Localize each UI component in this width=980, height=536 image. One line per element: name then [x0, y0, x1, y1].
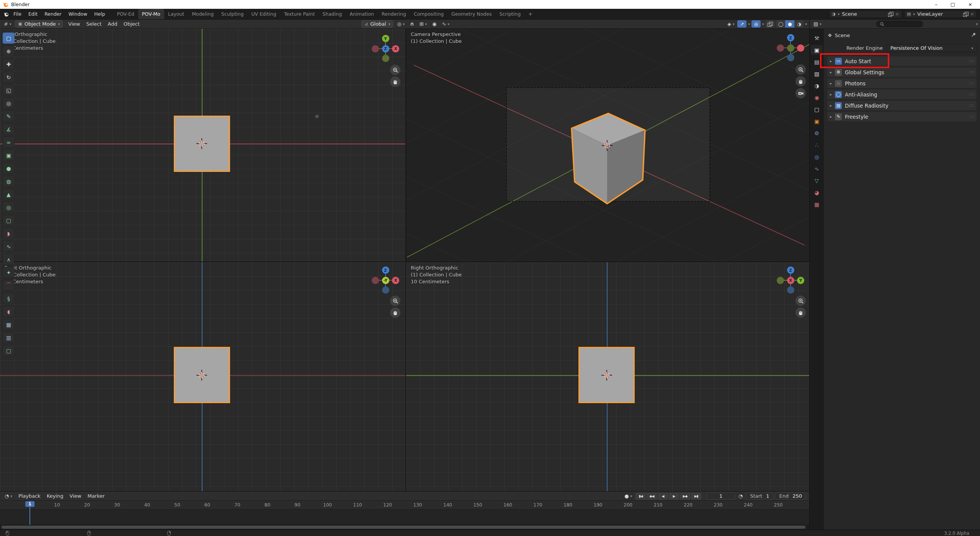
- object-visibility-selector[interactable]: ◈▾: [726, 21, 736, 27]
- playhead-frame-badge[interactable]: 1: [25, 501, 34, 507]
- timeline-scrollbar[interactable]: [0, 525, 809, 529]
- expand-chevron-icon[interactable]: ▸: [830, 81, 832, 85]
- viewport-right-orthographic[interactable]: Right Orthographic (1) Collection | Cube…: [406, 262, 809, 491]
- transport-button[interactable]: ▮◀: [635, 493, 646, 500]
- toggle-camera-view-button[interactable]: [795, 88, 806, 98]
- workspace-tab[interactable]: Texture Paint: [280, 9, 319, 19]
- drag-grip-icon[interactable]: ∷∷: [969, 70, 974, 74]
- properties-tab[interactable]: ▦: [811, 199, 823, 209]
- tool-button[interactable]: ▣: [3, 150, 15, 161]
- tool-button[interactable]: ✦: [3, 267, 15, 278]
- gizmo-x-negative[interactable]: [372, 277, 379, 284]
- gizmo-y-negative-axis[interactable]: -Y: [382, 277, 389, 284]
- tool-button[interactable]: ▦: [3, 319, 15, 330]
- navigation-gizmo[interactable]: Z: [778, 35, 803, 60]
- gizmo-y-negative[interactable]: [382, 55, 389, 62]
- new-scene-icon[interactable]: [888, 12, 893, 16]
- pan-button[interactable]: [795, 76, 806, 87]
- workspace-tab[interactable]: Modeling: [188, 9, 217, 19]
- auto-keying-toggle[interactable]: ●▾: [623, 493, 634, 499]
- gizmo-y-axis[interactable]: [787, 44, 794, 52]
- navigation-gizmo[interactable]: Y X Z: [373, 36, 398, 61]
- gizmo-z-positive[interactable]: Z: [787, 34, 794, 41]
- properties-tab[interactable]: ⚒: [811, 33, 823, 43]
- properties-tab[interactable]: ∴: [811, 140, 823, 150]
- zoom-button[interactable]: [795, 296, 806, 306]
- tool-button[interactable]: ▢: [3, 345, 15, 356]
- scrollbar-handle[interactable]: [2, 526, 805, 529]
- drag-grip-icon[interactable]: ∷∷: [969, 81, 974, 85]
- viewport-menu-item[interactable]: Add: [105, 21, 120, 27]
- workspace-tab[interactable]: Sculpting: [217, 9, 247, 19]
- menu-item[interactable]: File: [10, 11, 25, 17]
- viewport-menu-item[interactable]: View: [65, 21, 83, 27]
- tool-button[interactable]: ✎: [3, 111, 15, 122]
- properties-tab[interactable]: ◉: [811, 93, 823, 102]
- zoom-button[interactable]: [795, 64, 806, 75]
- tool-button[interactable]: ◎: [3, 202, 15, 213]
- frame-end-field[interactable]: End250: [775, 492, 806, 500]
- pan-button[interactable]: [390, 307, 400, 318]
- tool-button[interactable]: ∿: [3, 241, 15, 252]
- zoom-button[interactable]: [390, 65, 400, 75]
- properties-tab[interactable]: ▽: [811, 176, 823, 185]
- gizmo-x-negative[interactable]: [777, 44, 784, 52]
- workspace-tab[interactable]: UV Editing: [247, 9, 280, 19]
- tool-button[interactable]: ⌒: [3, 280, 15, 291]
- workspace-tab[interactable]: Layout: [164, 9, 188, 19]
- use-preview-range-toggle[interactable]: ◔: [737, 493, 744, 499]
- timeline-editor-type-selector[interactable]: ◔▾: [3, 493, 14, 499]
- xray-toggle[interactable]: [765, 20, 774, 28]
- expand-chevron-icon[interactable]: ▸: [830, 114, 832, 119]
- properties-tab[interactable]: ∿: [811, 164, 823, 173]
- shading-dropdown[interactable]: ▾: [805, 22, 807, 26]
- timeline-channel-area[interactable]: [0, 510, 809, 525]
- proportional-falloff-selector[interactable]: ∿▾: [440, 21, 451, 27]
- panel-header-row[interactable]: ▸ ✎ Freestyle ∷∷: [827, 111, 977, 122]
- gizmo-z-negative[interactable]: [787, 286, 794, 294]
- gizmo-x-negative[interactable]: [372, 45, 379, 52]
- navigation-gizmo[interactable]: Z Y X: [778, 268, 803, 293]
- tool-button[interactable]: ⊕: [3, 46, 15, 57]
- snap-target-selector[interactable]: ⊞▾: [418, 21, 428, 27]
- timeline-ruler[interactable]: 1020304050607080901001101201301401501601…: [0, 501, 809, 510]
- remove-view-layer-icon[interactable]: ×: [970, 11, 974, 17]
- drag-grip-icon[interactable]: ∷∷: [969, 103, 974, 108]
- unlink-scene-icon[interactable]: ×: [895, 11, 899, 17]
- editor-type-selector[interactable]: #▾: [2, 21, 13, 27]
- gizmo-x-positive[interactable]: X: [392, 277, 399, 284]
- expand-chevron-icon[interactable]: ▸: [830, 103, 832, 108]
- tool-button[interactable]: ↻: [3, 72, 15, 83]
- blender-menu-logo-icon[interactable]: [2, 11, 10, 17]
- expand-chevron-icon[interactable]: ▸: [830, 70, 832, 74]
- light-object[interactable]: [314, 113, 320, 119]
- tool-button[interactable]: ✚: [3, 59, 15, 70]
- drag-grip-icon[interactable]: ∷∷: [969, 59, 974, 63]
- close-button[interactable]: ×: [968, 2, 972, 7]
- mode-selector[interactable]: ▣ Object Mode ▾: [15, 20, 63, 28]
- scene-selector[interactable]: ◑▾ Scene ×: [829, 10, 902, 18]
- expand-chevron-icon[interactable]: ▸: [830, 92, 832, 96]
- transform-orientation-selector[interactable]: ⊿ Global ▾: [361, 20, 393, 28]
- gizmo-y-negative[interactable]: [777, 277, 784, 284]
- current-frame-field[interactable]: 1: [706, 492, 735, 500]
- workspace-tab[interactable]: POV-Mo: [138, 9, 164, 19]
- proportional-edit-toggle[interactable]: ◉: [431, 21, 438, 27]
- zoom-button[interactable]: [390, 296, 400, 306]
- shading-wireframe-button[interactable]: ◯: [776, 20, 785, 28]
- gizmo-z-positive[interactable]: Z: [382, 266, 389, 274]
- tool-button[interactable]: ▥: [3, 332, 15, 343]
- gizmo-z-negative[interactable]: [787, 54, 794, 61]
- filter-dropdown[interactable]: ▾: [976, 22, 978, 26]
- timeline-menu-item[interactable]: Playback: [15, 493, 44, 499]
- show-overlays-toggle[interactable]: ◎: [751, 20, 761, 28]
- gizmo-z-axis[interactable]: Z: [382, 45, 389, 52]
- transport-button[interactable]: ▶: [669, 493, 679, 500]
- tool-button[interactable]: ◎: [3, 98, 15, 109]
- show-gizmos-toggle[interactable]: ↗: [737, 20, 746, 28]
- tool-button[interactable]: ▢: [3, 215, 15, 226]
- workspace-tab[interactable]: Compositing: [410, 9, 448, 19]
- tool-button[interactable]: §: [3, 293, 15, 304]
- properties-tab[interactable]: ⚙: [811, 128, 823, 138]
- gizmo-x-positive[interactable]: [797, 44, 804, 52]
